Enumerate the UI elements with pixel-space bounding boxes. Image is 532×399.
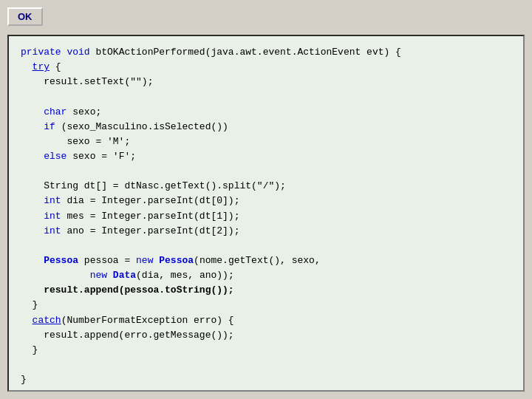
code-panel: private void btOKActionPerformed(java.aw… [7,35,525,392]
toolbar: OK [7,7,525,26]
code-line-1: private void btOKActionPerformed(java.aw… [21,47,401,58]
ok-button[interactable]: OK [7,7,43,26]
code-content: private void btOKActionPerformed(java.aw… [21,45,511,387]
